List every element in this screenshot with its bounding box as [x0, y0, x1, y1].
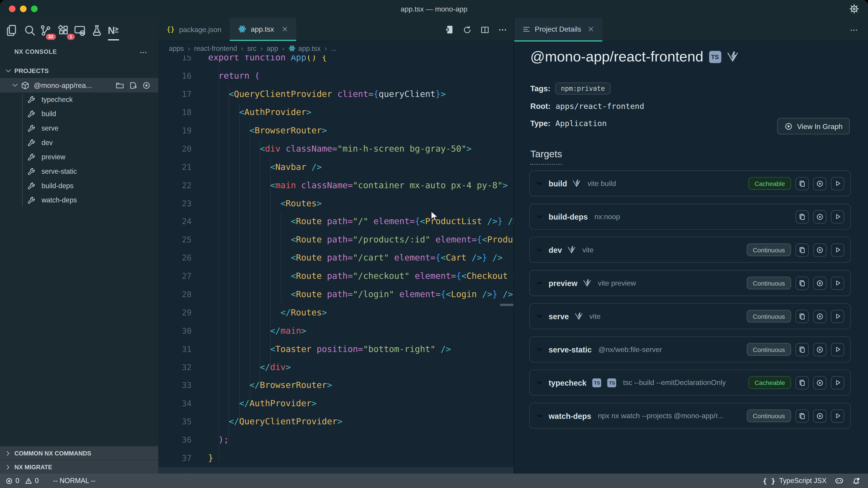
view-in-graph-button[interactable]: View In Graph	[777, 118, 850, 134]
breadcrumb-item[interactable]: ...	[331, 44, 337, 52]
braces-icon: {}	[166, 26, 175, 33]
chevron-down-icon[interactable]	[536, 379, 543, 386]
activity-item-files[interactable]	[5, 24, 18, 37]
activity-item-testing[interactable]	[91, 24, 103, 37]
split-editor-icon[interactable]	[480, 25, 489, 34]
copy-button[interactable]	[796, 310, 809, 323]
view-button[interactable]	[813, 343, 827, 356]
projects-section-header[interactable]: PROJECTS	[0, 64, 158, 78]
sidebar-target-serve[interactable]: serve	[0, 121, 158, 135]
more-actions-icon[interactable]	[498, 25, 507, 34]
copy-button[interactable]	[796, 409, 809, 422]
run-button[interactable]	[831, 376, 844, 389]
more-actions-icon[interactable]	[850, 26, 858, 34]
target-label: typecheck	[41, 96, 73, 103]
problems-status[interactable]: 0 0	[0, 477, 39, 485]
breadcrumb-item[interactable]: app.tsx	[288, 44, 321, 52]
copilot-icon[interactable]	[835, 477, 844, 485]
target-name: watch-deps	[549, 412, 591, 420]
refresh-icon[interactable]	[463, 25, 471, 34]
activity-item-nx-console[interactable]: N	[107, 24, 120, 37]
sidebar-target-watch-deps[interactable]: watch-deps	[0, 193, 158, 207]
breadcrumb-item[interactable]: app	[267, 44, 278, 52]
badge-cacheable: Cacheable	[748, 177, 791, 190]
chevron-down-icon[interactable]	[536, 180, 543, 187]
tab-label: package.json	[179, 25, 221, 33]
breadcrumb-item[interactable]: apps	[169, 44, 184, 52]
sidebar-target-dev[interactable]: dev	[0, 135, 158, 150]
badge-continuous: Continuous	[747, 410, 791, 422]
copy-button[interactable]	[796, 376, 809, 389]
folder-icon[interactable]	[116, 81, 124, 90]
breadcrumb-item[interactable]: src	[247, 44, 256, 52]
breadcrumb-separator: ›	[324, 44, 327, 53]
sidebar-section-common-nx-commands[interactable]: COMMON NX COMMANDS	[0, 446, 158, 460]
maximize-window-button[interactable]	[31, 5, 37, 12]
chevron-down-icon[interactable]	[536, 412, 543, 419]
line-number: 30	[158, 326, 191, 335]
run-button[interactable]	[831, 243, 844, 256]
view-button[interactable]	[813, 310, 827, 323]
target-card-dev: devviteContinuous	[529, 237, 851, 263]
chevron-down-icon[interactable]	[536, 313, 543, 320]
notifications-bell-icon[interactable]	[852, 477, 860, 485]
view-button[interactable]	[813, 243, 827, 256]
close-window-button[interactable]	[9, 5, 16, 12]
activity-item-extensions[interactable]: 1	[58, 24, 70, 37]
sidebar-target-build[interactable]: build	[0, 107, 158, 121]
chevron-down-icon[interactable]	[536, 346, 543, 353]
braces-icon: { }	[763, 477, 775, 485]
scrollbar[interactable]	[500, 304, 514, 306]
targets-heading: Targets	[530, 148, 562, 165]
error-icon	[5, 477, 13, 484]
tab-project-details[interactable]: Project Details	[514, 18, 602, 41]
copy-button[interactable]	[796, 177, 809, 190]
gear-icon[interactable]	[849, 4, 859, 14]
close-icon[interactable]	[282, 26, 288, 32]
view-button[interactable]	[813, 276, 827, 290]
project-row-selected[interactable]: @mono-app/rea...	[0, 78, 158, 92]
run-button[interactable]	[831, 177, 844, 190]
open-config-icon[interactable]	[129, 81, 137, 90]
close-icon[interactable]	[588, 26, 594, 32]
target-icon[interactable]	[142, 81, 151, 90]
sidebar-target-preview[interactable]: preview	[0, 150, 158, 164]
view-button[interactable]	[813, 177, 827, 190]
tab-package.json[interactable]: {}package.json	[158, 18, 230, 41]
chevron-down-icon[interactable]	[536, 246, 543, 254]
run-button[interactable]	[831, 343, 844, 356]
view-button[interactable]	[813, 409, 827, 422]
run-button[interactable]	[831, 276, 844, 290]
open-config-icon[interactable]	[445, 25, 454, 34]
sidebar-target-typecheck[interactable]: typecheck	[0, 92, 158, 107]
chevron-down-icon[interactable]	[536, 280, 543, 287]
run-button[interactable]	[831, 210, 844, 223]
sidebar-target-serve-static[interactable]: serve-static	[0, 164, 158, 179]
copy-button[interactable]	[796, 243, 809, 256]
activity-item-source-control[interactable]: 32	[39, 24, 52, 37]
code-editor[interactable]: 15export function App() {16 return (17 <…	[158, 55, 514, 474]
tab-app.tsx[interactable]: app.tsx	[230, 18, 296, 41]
target-command: @nx/web:file-server	[598, 345, 662, 354]
chevron-down-icon[interactable]	[536, 213, 543, 220]
wrench-icon	[27, 138, 35, 147]
svg-text:N: N	[108, 25, 115, 36]
minimize-window-button[interactable]	[20, 5, 26, 12]
language-mode[interactable]: { } TypeScript JSX	[763, 477, 827, 485]
activity-item-remote-explorer[interactable]	[74, 24, 86, 37]
copy-button[interactable]	[796, 276, 809, 290]
breadcrumb-item[interactable]: react-frontend	[194, 44, 237, 52]
tab-label: app.tsx	[251, 25, 274, 33]
line-number: 34	[158, 399, 191, 408]
run-button[interactable]	[831, 409, 844, 422]
sidebar-target-build-deps[interactable]: build-deps	[0, 179, 158, 193]
copy-icon	[798, 180, 806, 187]
copy-button[interactable]	[796, 343, 809, 356]
copy-button[interactable]	[796, 210, 809, 223]
sidebar-section-nx-migrate[interactable]: NX MIGRATE	[0, 460, 158, 474]
activity-item-search[interactable]	[24, 24, 36, 37]
view-button[interactable]	[813, 210, 827, 223]
more-actions-icon[interactable]	[140, 49, 147, 57]
view-button[interactable]	[813, 376, 827, 389]
run-button[interactable]	[831, 310, 844, 323]
